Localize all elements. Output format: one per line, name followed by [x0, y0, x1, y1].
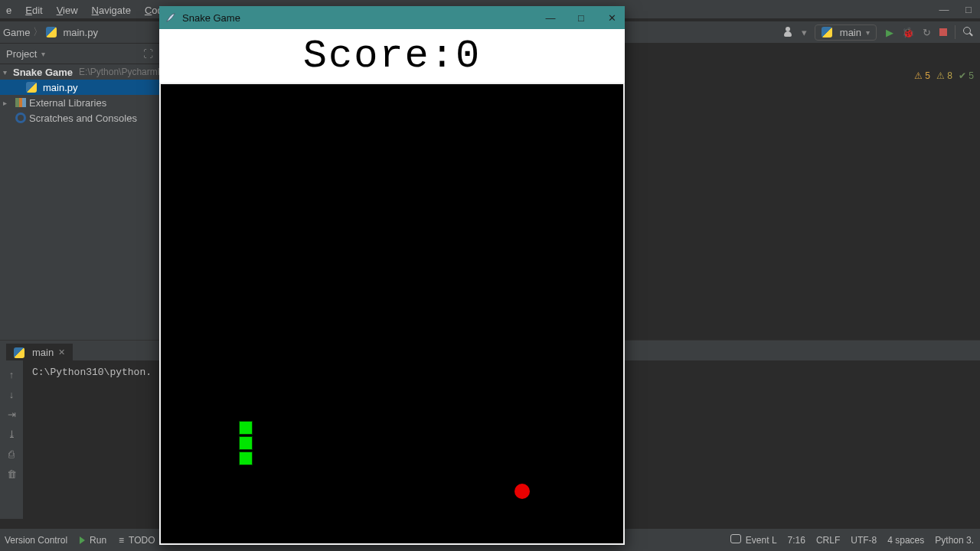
- snake-segment: [239, 421, 253, 435]
- run-tab-main[interactable]: main ✕: [6, 342, 73, 361]
- tk-feather-icon: [165, 12, 176, 23]
- ide-minimize-icon[interactable]: —: [939, 4, 949, 15]
- menu-navigate[interactable]: Navigate: [86, 3, 137, 18]
- toolbar-divider: [955, 25, 956, 39]
- status-run[interactable]: Run: [80, 535, 106, 546]
- status-encoding[interactable]: UTF-8: [851, 535, 877, 546]
- libraries-icon: [15, 98, 26, 107]
- search-icon[interactable]: [963, 27, 974, 37]
- scroll-up-icon[interactable]: ↑: [5, 368, 18, 380]
- debug-button-icon[interactable]: 🐞: [903, 27, 913, 37]
- run-button-icon[interactable]: ▶: [884, 27, 895, 37]
- status-event-log[interactable]: Event L: [730, 534, 777, 546]
- gear-icon[interactable]: ⛶: [143, 48, 153, 60]
- score-bar: Score:0: [159, 29, 625, 83]
- inspection-badges[interactable]: ⚠ 5 ⚠ 8 ✔ 5: [914, 70, 974, 81]
- breadcrumb-file[interactable]: main.py: [63, 27, 98, 38]
- tree-root-path: E:\Python\PycharmPr: [79, 67, 159, 77]
- run-config-name: main: [840, 27, 861, 38]
- tree-file-label: main.py: [43, 82, 78, 93]
- python-icon: [14, 347, 24, 358]
- tree-scratches-label: Scratches and Consoles: [29, 112, 137, 124]
- scratches-icon: [15, 112, 26, 123]
- python-file-icon: [26, 82, 37, 93]
- run-tab-label: main: [32, 347, 54, 358]
- project-view-dropdown-icon[interactable]: ▾: [41, 50, 45, 58]
- project-panel-title[interactable]: Project: [6, 48, 37, 60]
- chat-icon: [730, 534, 741, 546]
- score-text: Score:0: [303, 34, 481, 79]
- tree-root-label: Snake Game: [13, 67, 73, 78]
- status-interpreter[interactable]: Python 3.: [935, 535, 974, 546]
- dropdown-chevron-icon: ▾: [802, 27, 807, 38]
- print-icon[interactable]: ⎙: [5, 448, 18, 460]
- soft-wrap-icon[interactable]: ⇥: [5, 408, 18, 420]
- chevron-down-icon: ▾: [866, 28, 870, 37]
- ok-badge[interactable]: ✔ 5: [959, 70, 974, 81]
- food-dot: [514, 484, 530, 499]
- python-file-icon: [46, 27, 57, 37]
- score-value: 0: [456, 34, 481, 79]
- score-prefix: Score:: [303, 34, 456, 79]
- tree-ext-libs-label: External Libraries: [29, 97, 106, 109]
- menu-edit[interactable]: Edit: [19, 3, 48, 18]
- project-tool-header: Project ▾ ⛶: [0, 43, 159, 64]
- status-version-control[interactable]: Version Control: [5, 535, 67, 546]
- status-indent[interactable]: 4 spaces: [887, 535, 924, 546]
- status-caret-pos[interactable]: 7:16: [788, 535, 805, 546]
- game-titlebar[interactable]: Snake Game — □ ✕: [159, 6, 625, 29]
- play-icon: [80, 536, 85, 544]
- breadcrumb: Game 〉 main.py: [0, 25, 98, 39]
- tree-collapse-icon[interactable]: ▸: [3, 99, 12, 107]
- game-window-title: Snake Game: [182, 12, 240, 24]
- warning-badge[interactable]: ⚠ 8: [936, 70, 952, 81]
- error-badge[interactable]: ⚠ 5: [914, 70, 930, 81]
- game-canvas[interactable]: [161, 84, 623, 543]
- code-with-me-icon[interactable]: [783, 27, 794, 37]
- status-todo[interactable]: ≡ TODO: [119, 535, 155, 546]
- scroll-to-end-icon[interactable]: ⤓: [5, 428, 18, 440]
- clear-icon[interactable]: 🗑: [5, 468, 18, 480]
- ide-maximize-icon[interactable]: □: [963, 4, 974, 15]
- tree-expand-icon[interactable]: ▾: [3, 68, 7, 77]
- scroll-down-icon[interactable]: ↓: [5, 388, 18, 400]
- tree-file-main[interactable]: main.py: [0, 80, 159, 95]
- snake-game-window: Snake Game — □ ✕ Score:0: [159, 6, 625, 545]
- status-line-separator[interactable]: CRLF: [816, 535, 840, 546]
- game-minimize-icon[interactable]: —: [544, 11, 557, 24]
- tree-scratches[interactable]: ▸ Scratches and Consoles: [0, 110, 159, 126]
- coverage-button-icon[interactable]: ↻: [921, 27, 932, 37]
- tree-root[interactable]: ▾ Snake Game E:\Python\PycharmPr: [0, 64, 159, 80]
- game-maximize-icon[interactable]: □: [574, 11, 588, 24]
- project-tree: ▾ Snake Game E:\Python\PycharmPr main.py…: [0, 64, 159, 340]
- run-configuration-selector[interactable]: main ▾: [815, 24, 877, 41]
- chevron-right-icon: 〉: [33, 25, 43, 39]
- run-gutter: ↑ ↓ ⇥ ⤓ ⎙ 🗑: [0, 360, 23, 519]
- tree-external-libraries[interactable]: ▸ External Libraries: [0, 95, 159, 110]
- game-close-icon[interactable]: ✕: [605, 11, 619, 24]
- menu-view[interactable]: View: [51, 3, 84, 18]
- breadcrumb-project[interactable]: Game: [3, 27, 30, 38]
- snake-segment: [239, 452, 253, 465]
- console-line: C:\Python310\python.: [32, 367, 152, 378]
- close-tab-icon[interactable]: ✕: [58, 347, 65, 357]
- stop-button-icon[interactable]: [939, 28, 947, 36]
- snake-segment: [239, 436, 253, 450]
- python-icon: [822, 27, 832, 37]
- menu-file[interactable]: e: [0, 3, 18, 18]
